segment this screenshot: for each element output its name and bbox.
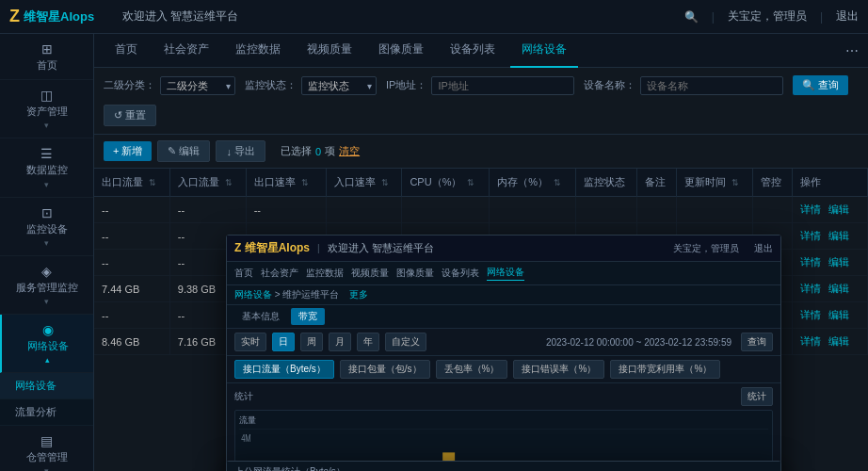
logout-btn[interactable]: 退出 xyxy=(836,8,859,24)
ip-input[interactable] xyxy=(431,76,574,95)
overlay-detail-tabs: 基本信息 带宽 xyxy=(227,305,780,329)
tab-network[interactable]: 网络设备 xyxy=(510,34,578,68)
op-detail[interactable]: 详情 xyxy=(800,335,821,347)
tab-bandwidth[interactable]: 带宽 xyxy=(291,308,325,325)
filter-error[interactable]: 接口错误率（%） xyxy=(513,360,604,379)
reset-button[interactable]: ↺ 重置 xyxy=(104,105,156,126)
edit-icon: ✎ xyxy=(168,145,176,157)
tab-devices[interactable]: 设备列表 xyxy=(439,34,506,68)
overlay-nav-image[interactable]: 图像质量 xyxy=(396,267,434,280)
search-icon[interactable]: 🔍 xyxy=(684,10,699,24)
sidebar-item-network[interactable]: ◉ 网络设备 ▴ xyxy=(0,315,93,373)
sidebar-subitem-netdevice[interactable]: 网络设备 xyxy=(0,373,93,399)
overlay-nav-data[interactable]: 监控数据 xyxy=(306,267,344,280)
sidebar-item-storage[interactable]: ▤ 仓管管理 ▾ xyxy=(0,426,93,471)
filter-traffic-byte[interactable]: 接口流量（Byte/s） xyxy=(234,360,334,379)
col-in-rate[interactable]: 入口速率 ⇅ xyxy=(326,169,402,197)
sidebar-item-asset[interactable]: ◫ 资产管理 ▾ xyxy=(0,80,93,138)
name-input[interactable] xyxy=(640,76,783,95)
col-out-traffic[interactable]: 出口流量 ⇅ xyxy=(94,169,169,197)
search-button[interactable]: 🔍 查询 xyxy=(793,75,848,95)
chart-title: 统计 xyxy=(234,390,253,403)
op-edit[interactable]: 编辑 xyxy=(828,283,849,294)
chevron-down-icon: ▾ xyxy=(44,238,49,248)
op-edit[interactable]: 编辑 xyxy=(828,256,849,268)
op-edit[interactable]: 编辑 xyxy=(828,335,849,347)
network-icon: ◉ xyxy=(42,322,54,337)
overlay-logout[interactable]: 退出 xyxy=(754,242,773,255)
cell-time xyxy=(677,197,753,223)
reset-btn-icon: ↺ xyxy=(114,109,122,122)
overlay-nav-social[interactable]: 社会资产 xyxy=(261,267,298,280)
edit-button[interactable]: ✎ 编辑 xyxy=(157,140,210,162)
col-out-rate[interactable]: 出口速率 ⇅ xyxy=(246,169,326,197)
op-edit[interactable]: 编辑 xyxy=(828,309,849,320)
filter-clear-btn[interactable]: 清空 xyxy=(339,144,360,158)
cell-memory xyxy=(490,197,575,223)
op-edit[interactable]: 编辑 xyxy=(828,203,849,215)
cell-ops: 详情 编辑 xyxy=(793,223,868,250)
cell-out-traffic: -- xyxy=(94,197,169,223)
topbar-right: 🔍 | 关宝定，管理员 | 退出 xyxy=(684,8,859,24)
category-select[interactable]: 二级分类 xyxy=(160,76,235,95)
btn-year[interactable]: 年 xyxy=(357,333,379,351)
breadcrumb-link[interactable]: 网络设备 xyxy=(234,289,272,300)
btn-custom[interactable]: 自定义 xyxy=(385,333,426,351)
more-btn[interactable]: 更多 xyxy=(349,289,368,300)
cell-manage xyxy=(753,197,793,223)
export-button[interactable]: ↓ 导出 xyxy=(216,140,265,162)
tab-home[interactable]: 首页 xyxy=(104,34,149,68)
category-select-wrap: 二级分类 xyxy=(160,76,235,95)
main-layout: ⊞ 首页 ◫ 资产管理 ▾ ☰ 数据监控 ▾ ⊡ 监控设备 ▾ ◈ 服务管理监控… xyxy=(0,34,868,471)
monitor-select[interactable]: 监控状态 xyxy=(301,76,377,95)
op-detail[interactable]: 详情 xyxy=(800,230,821,241)
action-bar: + 新增 ✎ 编辑 ↓ 导出 已选择 0 项 清空 xyxy=(94,135,868,169)
overlay-nav-home[interactable]: 首页 xyxy=(234,267,253,280)
tab-data[interactable]: 监控数据 xyxy=(224,34,292,68)
tab-social[interactable]: 社会资产 xyxy=(153,34,220,68)
category-label: 二级分类： xyxy=(104,78,155,92)
cell-out-traffic: -- xyxy=(94,250,169,276)
sidebar-item-monitor[interactable]: ⊡ 监控设备 ▾ xyxy=(0,198,93,256)
sort-icon: ⇅ xyxy=(225,178,233,187)
btn-apply[interactable]: 查询 xyxy=(741,333,773,351)
filter-util[interactable]: 接口带宽利用率（%） xyxy=(610,360,720,379)
name-label: 设备名称： xyxy=(584,78,635,92)
filter-loss[interactable]: 丢包率（%） xyxy=(436,360,508,379)
btn-realtime[interactable]: 实时 xyxy=(234,333,266,351)
btn-day[interactable]: 日 xyxy=(272,333,295,351)
op-edit[interactable]: 编辑 xyxy=(828,230,849,241)
col-memory[interactable]: 内存（%） ⇅ xyxy=(490,169,575,197)
col-ops: 操作 xyxy=(793,169,868,197)
col-in-traffic[interactable]: 入口流量 ⇅ xyxy=(169,169,246,197)
filter-traffic-pkg[interactable]: 接口包量（包/s） xyxy=(340,360,430,379)
storage-icon: ▤ xyxy=(40,433,53,448)
table-row[interactable]: -- -- -- 详情 编辑 xyxy=(94,197,868,223)
op-detail[interactable]: 详情 xyxy=(800,256,821,268)
add-button[interactable]: + 新增 xyxy=(104,141,152,161)
chart-select-btn[interactable]: 统计 xyxy=(741,387,773,406)
expand-icon[interactable]: ⋯ xyxy=(845,43,859,58)
op-detail[interactable]: 详情 xyxy=(800,309,821,320)
col-cpu[interactable]: CPU（%） ⇅ xyxy=(402,169,490,197)
sidebar-item-home[interactable]: ⊞ 首页 xyxy=(0,34,93,80)
sidebar-item-data[interactable]: ☰ 数据监控 ▾ xyxy=(0,138,93,197)
bottom-chart-title: 上公网流量统计（Byte/s） xyxy=(234,465,346,471)
op-detail[interactable]: 详情 xyxy=(800,203,821,215)
sidebar-item-service[interactable]: ◈ 服务管理监控 ▾ xyxy=(0,256,93,315)
overlay-nav: 首页 社会资产 监控数据 视频质量 图像质量 设备列表 网络设备 xyxy=(227,262,780,285)
btn-week[interactable]: 周 xyxy=(300,333,323,351)
op-detail[interactable]: 详情 xyxy=(800,283,821,294)
user-info: 关宝定，管理员 xyxy=(728,8,807,24)
btn-month[interactable]: 月 xyxy=(329,333,351,351)
topbar-subtitle: 欢迎进入 智慧运维平台 xyxy=(104,8,684,24)
tab-basic-info[interactable]: 基本信息 xyxy=(234,308,287,325)
overlay-nav-network[interactable]: 网络设备 xyxy=(487,266,524,281)
sidebar-subitem-flowanalysis[interactable]: 流量分析 xyxy=(0,399,93,426)
sidebar: ⊞ 首页 ◫ 资产管理 ▾ ☰ 数据监控 ▾ ⊡ 监控设备 ▾ ◈ 服务管理监控… xyxy=(0,34,94,471)
overlay-nav-devices[interactable]: 设备列表 xyxy=(442,267,479,280)
col-update-time[interactable]: 更新时间 ⇅ xyxy=(677,169,753,197)
tab-image[interactable]: 图像质量 xyxy=(367,34,435,68)
overlay-nav-video[interactable]: 视频质量 xyxy=(351,267,389,280)
tab-video[interactable]: 视频质量 xyxy=(296,34,363,68)
